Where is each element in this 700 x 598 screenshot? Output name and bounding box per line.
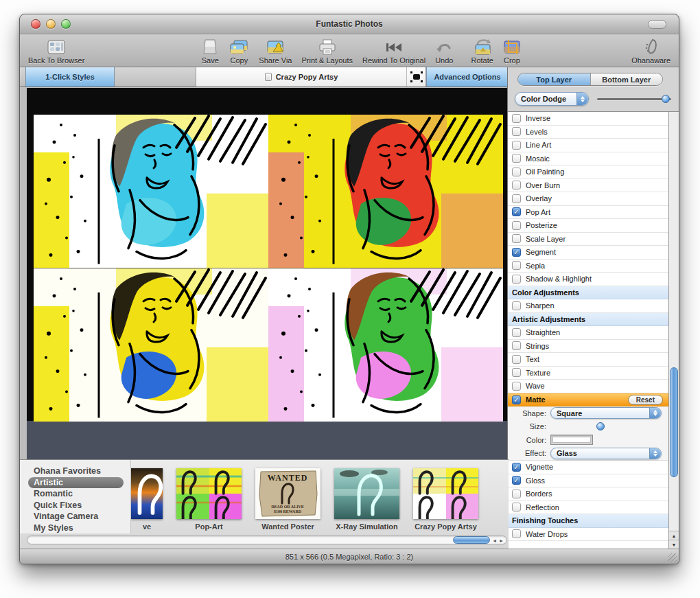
effect-row-wave[interactable]: Wave: [508, 380, 668, 393]
checkbox-checked-icon[interactable]: ✓: [512, 476, 521, 485]
checkbox-icon[interactable]: [512, 114, 521, 123]
checkbox-icon[interactable]: [512, 127, 521, 136]
rotate-button[interactable]: Rotate: [471, 34, 493, 65]
thumbnail-image[interactable]: [334, 468, 399, 519]
checkbox-icon[interactable]: [512, 341, 521, 350]
tab-current-style[interactable]: Crazy Popy Artsy: [196, 67, 407, 87]
effect-row-texture[interactable]: Texture: [508, 367, 668, 380]
checkbox-icon[interactable]: [512, 529, 521, 538]
tab-top-layer[interactable]: Top Layer: [518, 73, 590, 85]
effect-row-sharpen[interactable]: Sharpen: [508, 299, 668, 313]
checkbox-icon[interactable]: [512, 234, 521, 243]
blend-amount-slider[interactable]: [597, 92, 671, 106]
tab-advanced-options[interactable]: Advanced Options: [426, 67, 509, 87]
checkbox-icon[interactable]: [512, 328, 521, 337]
matte-option-select[interactable]: Glass: [550, 448, 662, 459]
tab-bottom-layer[interactable]: Bottom Layer: [590, 73, 663, 85]
effect-row-strings[interactable]: Strings: [508, 340, 668, 354]
scroll-down-button[interactable]: ▼: [669, 540, 679, 549]
checkbox-icon[interactable]: [512, 368, 521, 377]
checkbox-checked-icon[interactable]: ✓: [512, 463, 521, 472]
blend-slider-knob[interactable]: [662, 95, 670, 103]
checkbox-icon[interactable]: [512, 141, 521, 150]
checkbox-icon[interactable]: [512, 261, 521, 270]
effect-row-inverse[interactable]: Inverse: [508, 112, 668, 126]
effect-row-oil-painting[interactable]: Oil Painting: [508, 165, 668, 179]
category-quick-fixes[interactable]: Quick Fixes: [28, 500, 124, 511]
thumbnails-scrollbar[interactable]: ◄ ►: [27, 536, 507, 544]
effect-row-segment[interactable]: ✓Segment: [508, 246, 668, 260]
effect-row-vignette[interactable]: ✓Vignette: [508, 461, 668, 474]
matte-option-select[interactable]: Square: [550, 407, 662, 419]
thumbnail-image[interactable]: WANTED DEAD OR ALIVE $100 REWARD: [255, 468, 320, 519]
print-layouts-button[interactable]: Print & Layouts: [301, 34, 353, 65]
save-button[interactable]: Save: [201, 34, 219, 65]
effect-row-text[interactable]: Text: [508, 353, 668, 367]
effect-row-reflection[interactable]: Reflection: [508, 501, 668, 515]
checkbox-icon[interactable]: [512, 301, 521, 310]
scroll-left-button[interactable]: ◄: [492, 537, 497, 544]
effect-row-sepia[interactable]: Sepia: [508, 260, 668, 273]
checkbox-checked-icon[interactable]: ✓: [512, 248, 521, 257]
tab-1-click-styles[interactable]: 1-Click Styles: [25, 67, 115, 87]
effect-row-shadow-highlight[interactable]: Shadow & Highlight: [508, 273, 668, 286]
style-thumbnail-wanted-poster[interactable]: WANTED DEAD OR ALIVE $100 REWARDWanted P…: [255, 468, 320, 533]
effect-row-pop-art[interactable]: ✓Pop Art: [508, 206, 668, 220]
checkbox-icon[interactable]: [512, 221, 521, 230]
resize-grip[interactable]: [668, 553, 677, 562]
reset-button[interactable]: Reset: [628, 395, 663, 405]
thumbnail-image[interactable]: [413, 468, 478, 519]
share-via-button[interactable]: Share Via: [259, 34, 292, 65]
slider-knob[interactable]: [596, 422, 605, 430]
effect-row-water-drops[interactable]: Water Drops: [508, 528, 668, 542]
category-ohana-favorites[interactable]: Ohana Favorites: [28, 465, 124, 477]
effect-row-gloss[interactable]: ✓Gloss: [508, 474, 668, 488]
effect-row-levels[interactable]: Levels: [508, 126, 668, 139]
style-thumbnail-pop-art[interactable]: Pop-Art: [176, 468, 242, 533]
category-artistic[interactable]: Artistic: [28, 477, 124, 489]
effect-row-mosaic[interactable]: Mosaic: [508, 152, 668, 166]
effect-row-overlay[interactable]: Overlay: [508, 192, 668, 206]
effect-row-over-burn[interactable]: Over Burn: [508, 179, 668, 193]
scrollbar-thumb[interactable]: [670, 367, 678, 477]
ohanaware-button[interactable]: Ohanaware: [631, 34, 670, 65]
effect-row-matte[interactable]: ✓MatteReset: [508, 393, 668, 407]
hscroll-thumb[interactable]: [453, 536, 490, 544]
effect-row-posterize[interactable]: Posterize: [508, 219, 668, 233]
checkbox-checked-icon[interactable]: ✓: [512, 207, 521, 216]
style-thumbnail-x-ray-simulation[interactable]: X-Ray Simulation: [334, 468, 399, 533]
fit-to-screen-button[interactable]: [407, 67, 426, 87]
category-vintage-camera[interactable]: Vintage Camera: [28, 511, 124, 522]
effect-row-borders[interactable]: Borders: [508, 487, 668, 501]
checkbox-icon[interactable]: [512, 154, 521, 163]
effects-scrollbar[interactable]: ▲ ▼: [668, 111, 679, 549]
checkbox-icon[interactable]: [512, 181, 521, 189]
undo-button[interactable]: Undo: [435, 34, 453, 65]
back-to-browser-button[interactable]: Back To Browser: [28, 34, 84, 65]
category-romantic[interactable]: Romantic: [28, 488, 124, 500]
rewind-to-original-button[interactable]: Rewind To Original: [362, 34, 425, 65]
category-my-styles[interactable]: My Styles: [28, 522, 124, 534]
checkbox-icon[interactable]: [512, 490, 521, 498]
checkbox-icon[interactable]: [512, 194, 521, 203]
checkbox-icon[interactable]: [512, 355, 521, 364]
checkbox-icon[interactable]: [512, 503, 521, 511]
effect-row-straighten[interactable]: Straighten: [508, 326, 668, 340]
effect-row-line-art[interactable]: Line Art: [508, 139, 668, 152]
checkbox-icon[interactable]: [512, 382, 521, 391]
copy-button[interactable]: Copy: [229, 34, 249, 65]
scroll-up-button[interactable]: ▲: [669, 531, 679, 540]
blend-mode-select[interactable]: Color Dodge: [515, 92, 589, 106]
toolbar-toggle-button[interactable]: [648, 20, 666, 29]
style-thumbnail-crazy-popy-artsy[interactable]: Crazy Popy Artsy: [413, 468, 478, 533]
crop-button[interactable]: Crop: [503, 34, 521, 65]
effect-row-scale-layer[interactable]: Scale Layer: [508, 233, 668, 246]
checkbox-icon[interactable]: [512, 275, 521, 284]
style-thumbnail-ve[interactable]: ve: [131, 468, 163, 533]
matte-size-slider[interactable]: [550, 421, 662, 433]
checkbox-checked-icon[interactable]: ✓: [512, 395, 521, 404]
matte-color-well[interactable]: [550, 435, 593, 445]
checkbox-icon[interactable]: [512, 168, 521, 176]
thumbnail-image[interactable]: [131, 468, 163, 519]
scroll-right-button[interactable]: ►: [499, 537, 504, 544]
